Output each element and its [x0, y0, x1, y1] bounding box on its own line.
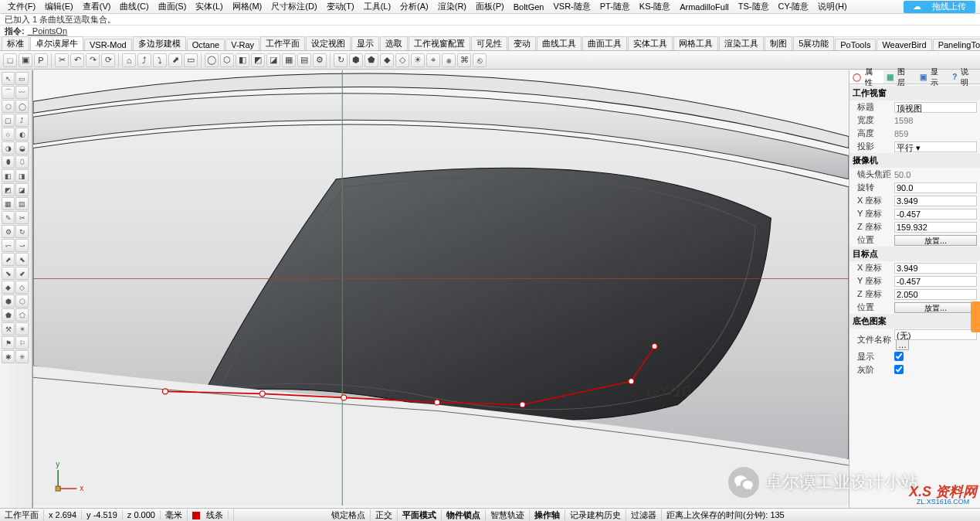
tool-button[interactable]: ⌖ [426, 53, 440, 67]
tool-button[interactable]: ◯ [205, 53, 219, 67]
toolbar-tab[interactable]: 实体工具 [628, 36, 673, 50]
property-place-button[interactable]: 放置... [894, 235, 977, 246]
tool-button[interactable]: ◪ [266, 53, 280, 67]
property-checkbox[interactable] [894, 365, 904, 374]
property-field[interactable]: -0.457 [894, 209, 977, 220]
tool-button[interactable]: ⤻ [15, 239, 29, 252]
menu-item[interactable]: KS-随意 [635, 1, 675, 12]
tab-layers[interactable]: ▦图层 [883, 70, 916, 83]
tab-display[interactable]: ▣显示 [917, 70, 949, 83]
tool-button[interactable]: ⬢ [349, 53, 363, 67]
tool-button[interactable]: ⟳ [101, 53, 115, 67]
tab-help[interactable]: ?说明 [949, 70, 980, 83]
side-panel-handle[interactable] [971, 301, 980, 332]
toolbar-tab[interactable]: 设定视图 [306, 36, 351, 50]
toolbar-tab[interactable]: 曲线工具 [537, 36, 582, 50]
tool-button[interactable]: P [34, 53, 48, 67]
property-field[interactable]: 90.0 [894, 182, 977, 193]
tool-button[interactable]: ↶ [70, 53, 84, 67]
tool-button[interactable]: ▭ [15, 72, 29, 85]
tool-button[interactable]: ◑ [2, 141, 15, 155]
toggle-ortho[interactable]: 正交 [371, 509, 398, 521]
viewport[interactable]: 顶视图 ▾ [32, 70, 849, 508]
cloud-upload-button[interactable]: ☁ 拖线上传 [904, 1, 975, 13]
property-select[interactable]: 平行 ▾ [894, 141, 977, 152]
tool-button[interactable]: ⌂ [122, 53, 136, 67]
tool-button[interactable]: ⬟ [2, 308, 15, 322]
tool-button[interactable]: ○ [2, 128, 15, 141]
tool-button[interactable]: ⌘ [457, 53, 471, 67]
menu-item[interactable]: 曲线(C) [115, 1, 153, 12]
tool-button[interactable]: ✱ [2, 350, 15, 363]
menu-item[interactable]: 变动(T) [322, 1, 359, 12]
toolbar-tab[interactable]: 曲面工具 [582, 36, 627, 50]
toolbar-tab[interactable]: V-Ray [226, 39, 259, 50]
tool-button[interactable]: ⬮ [2, 155, 15, 169]
menu-item[interactable]: ArmadilloFull [675, 2, 734, 12]
menu-item[interactable]: 查看(V) [78, 1, 116, 12]
command-value[interactable]: _PointsOn [28, 26, 67, 36]
toolbar-tab[interactable]: PoTools [835, 39, 876, 50]
tool-button[interactable]: ✂ [55, 53, 69, 67]
tool-button[interactable]: ⚐ [15, 336, 29, 349]
status-layer[interactable]: 线条 [188, 509, 234, 521]
tool-button[interactable]: ⚙ [313, 53, 327, 67]
property-field[interactable]: 3.949 [894, 196, 977, 206]
tool-button[interactable]: ☀ [15, 322, 29, 335]
tool-button[interactable]: ↖ [2, 72, 15, 85]
toolbar-tab[interactable]: Octane [187, 39, 225, 50]
toolbar-tab[interactable]: 网格工具 [673, 36, 718, 50]
tool-button[interactable]: ↷ [86, 53, 100, 67]
tool-button[interactable]: ▤ [15, 197, 29, 210]
toolbar-tab[interactable]: 制图 [765, 36, 792, 50]
tool-button[interactable]: ▤ [297, 53, 311, 67]
toggle-grid-snap[interactable]: 锁定格点 [327, 509, 371, 521]
tool-button[interactable]: ↻ [15, 225, 29, 238]
tool-button[interactable]: ◆ [2, 281, 15, 294]
menu-item[interactable]: 渲染(R) [433, 1, 471, 12]
tool-button[interactable]: ⚑ [2, 336, 15, 349]
property-checkbox[interactable] [894, 352, 904, 361]
tool-button[interactable]: ⤺ [2, 239, 15, 252]
tool-button[interactable]: ◧ [2, 169, 15, 182]
toolbar-tab[interactable]: 工作视窗配置 [409, 36, 470, 50]
tool-button[interactable]: ◨ [15, 169, 29, 182]
tool-button[interactable]: ☀ [411, 53, 425, 67]
tool-button[interactable]: ⤵ [153, 53, 167, 67]
toggle-record-history[interactable]: 记录建构历史 [565, 509, 626, 521]
status-units[interactable]: 毫米 [161, 509, 188, 521]
tool-button[interactable]: ⎈ [442, 53, 456, 67]
property-field[interactable]: 2.050 [894, 289, 977, 300]
menu-item[interactable]: BoltGen [509, 2, 549, 12]
menu-item[interactable]: 编辑(E) [40, 1, 78, 12]
tool-button[interactable]: ⌒ [2, 86, 15, 99]
menu-item[interactable]: 说明(H) [813, 1, 851, 12]
tool-button[interactable]: ▣ [19, 53, 32, 67]
tool-button[interactable]: ⬡ [220, 53, 234, 67]
tool-button[interactable]: □ [3, 53, 17, 67]
tool-button[interactable]: ⬡ [2, 100, 15, 113]
toolbar-tab[interactable]: WeaverBird [877, 39, 931, 50]
tool-button[interactable]: 〰 [15, 86, 29, 99]
tool-button[interactable]: ⬟ [365, 53, 378, 67]
property-field[interactable]: -0.457 [894, 276, 977, 287]
tool-button[interactable]: ⚒ [2, 322, 15, 335]
tool-button[interactable]: ▦ [2, 197, 15, 210]
tab-properties[interactable]: ◯属性 [849, 70, 883, 83]
menu-item[interactable]: 实体(L) [191, 1, 227, 12]
tool-button[interactable]: ▢ [2, 114, 15, 127]
tool-button[interactable]: ◇ [15, 281, 29, 294]
tool-button[interactable]: ◇ [395, 53, 409, 67]
tool-button[interactable]: ⬈ [2, 253, 15, 266]
tool-button[interactable]: ⬈ [168, 53, 182, 67]
tool-button[interactable]: ⤴ [15, 114, 29, 127]
tool-button[interactable]: ⬉ [15, 253, 29, 266]
browse-button[interactable]: … [896, 339, 909, 350]
tool-button[interactable]: ⎋ [473, 53, 487, 67]
menu-item[interactable]: CY-随意 [774, 1, 814, 12]
status-cplane[interactable]: 工作平面 [0, 509, 44, 521]
toolbar-tab[interactable]: VSR-Mod [84, 39, 132, 50]
tool-button[interactable]: ◩ [2, 183, 15, 196]
tool-button[interactable]: ▦ [282, 53, 296, 67]
menu-item[interactable]: 分析(A) [395, 1, 433, 12]
